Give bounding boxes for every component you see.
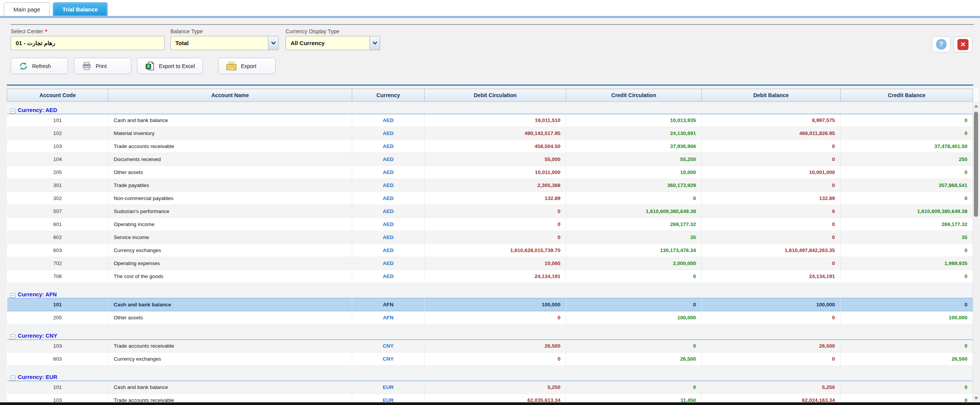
group-label: Currency: AFN	[18, 291, 57, 298]
group-header-row[interactable]: −Currency: CNY	[7, 324, 973, 340]
debit-balance-cell: 0	[702, 205, 841, 218]
scroll-up-icon	[974, 105, 978, 107]
column-header-account-name[interactable]: Account Name	[108, 89, 352, 102]
account-name-cell: Trade accounts receivable	[108, 394, 352, 403]
table-row[interactable]: 706The cost of the goodsAED24,134,191024…	[7, 270, 973, 283]
credit-balance-cell: 0	[841, 340, 973, 353]
table-row[interactable]: 205Other assetsAED10,011,00010,00010,001…	[7, 166, 973, 179]
help-button[interactable]: ?	[932, 36, 951, 52]
debit-circulation-cell: 2,305,388	[425, 179, 566, 192]
balance-type-value: Total	[171, 40, 268, 46]
excel-icon: X	[145, 61, 155, 71]
tab-bar: Main page Trial Balance	[0, 0, 980, 16]
table-row[interactable]: 601Operating incomeAED0269,177.320269,17…	[7, 218, 973, 231]
debit-balance-cell: 26,500	[702, 340, 841, 353]
refresh-button[interactable]: Refresh	[11, 58, 68, 74]
balance-type-dropdown-button[interactable]	[268, 36, 278, 50]
column-header-account-code[interactable]: Account Code	[7, 89, 108, 102]
currency-display-type-select[interactable]: All Currency	[286, 36, 380, 50]
tab-main-page[interactable]: Main page	[4, 2, 50, 16]
export-button[interactable]: Export	[218, 58, 276, 74]
scroll-up-button[interactable]	[973, 102, 979, 109]
collapse-icon[interactable]: −	[10, 293, 15, 298]
toolbar-separator	[7, 85, 973, 86]
group-header-row[interactable]: −Currency: AED	[7, 102, 973, 114]
group-header-row[interactable]: −Currency: EUR	[7, 366, 973, 381]
scroll-down-button[interactable]	[973, 395, 979, 402]
currency-display-type-label: Currency Display Type	[286, 28, 340, 34]
credit-balance-cell: 0	[841, 270, 973, 283]
debit-circulation-cell: 10,065	[425, 257, 566, 270]
table-row[interactable]: 101Cash and bank balanceAFN100,0000100,0…	[7, 298, 973, 311]
table-row[interactable]: 101Cash and bank balanceAED19,011,51010,…	[7, 114, 973, 127]
select-center-input[interactable]: 01 - رهام تجارت	[11, 36, 165, 50]
currency-cell: CNY	[352, 353, 425, 366]
currency-display-type-value: All Currency	[286, 40, 369, 46]
account-code-cell: 205	[7, 311, 108, 324]
debit-balance-cell: 0	[702, 353, 841, 366]
credit-circulation-cell: 11,450	[566, 394, 702, 403]
table-row[interactable]: 602Service incomeAED035035	[7, 231, 973, 244]
credit-balance-cell: 0	[841, 298, 973, 311]
credit-circulation-cell: 37,936,906	[566, 140, 702, 153]
account-code-cell: 301	[7, 179, 108, 192]
debit-balance-cell: 0	[702, 140, 841, 153]
tab-trial-balance[interactable]: Trial Balance	[53, 2, 108, 16]
select-center-label: Select Center*	[11, 28, 47, 34]
account-name-cell: Documents received	[108, 153, 352, 166]
group-header-row[interactable]: −Currency: AFN	[7, 283, 973, 298]
currency-cell: AED	[352, 114, 425, 127]
table-row[interactable]: 302Non-commercial payablesAED132.890132.…	[7, 192, 973, 205]
table-row[interactable]: 603Currency exchangesCNY026,500026,500	[7, 353, 973, 366]
table-row[interactable]: 104Documents receivedAED55,00055,2500250	[7, 153, 973, 166]
table-row[interactable]: 102Material inventoryAED490,142,517.9524…	[7, 127, 973, 140]
vertical-scrollbar[interactable]	[973, 102, 979, 402]
table-row[interactable]: 103Trade accounts receivableEUR62,035,61…	[7, 394, 973, 403]
column-header-credit-circulation[interactable]: Credit Circulation	[566, 89, 702, 102]
collapse-icon[interactable]: −	[10, 334, 15, 339]
column-header-debit-circulation[interactable]: Debit Circulation	[425, 89, 566, 102]
credit-circulation-cell: 10,013,935	[566, 114, 702, 127]
currency-cell: EUR	[352, 394, 425, 403]
currency-display-type-dropdown-button[interactable]	[369, 36, 380, 50]
table-row[interactable]: 205Other assetsAFN0100,0000100,000	[7, 311, 973, 324]
table-row[interactable]: 103Trade accounts receivableCNY26,500026…	[7, 340, 973, 353]
table-row[interactable]: 301Trade payablesAED2,305,388360,173,929…	[7, 179, 973, 192]
table-row[interactable]: 507Sudozian's performanceAED01,610,609,3…	[7, 205, 973, 218]
debit-balance-cell: 24,134,191	[702, 270, 841, 283]
currency-cell: AED	[352, 179, 425, 192]
debit-circulation-cell: 55,000	[425, 153, 566, 166]
table-row[interactable]: 702Operating expensesAED10,0652,000,0000…	[7, 257, 973, 270]
column-header-credit-balance[interactable]: Credit Balance	[841, 89, 973, 102]
currency-cell: AED	[352, 244, 425, 257]
column-header-debit-balance[interactable]: Debit Balance	[702, 89, 841, 102]
balance-type-select[interactable]: Total	[170, 36, 279, 50]
debit-circulation-cell: 0	[425, 353, 566, 366]
account-name-cell: Sudozian's performance	[108, 205, 352, 218]
export-to-excel-button[interactable]: X Export to Excel	[137, 58, 203, 74]
debit-balance-cell: 0	[702, 179, 841, 192]
column-header-currency[interactable]: Currency	[352, 89, 425, 102]
print-button[interactable]: Print	[74, 58, 131, 74]
credit-balance-cell: 0	[841, 381, 973, 394]
close-button[interactable]: ✕	[954, 36, 972, 52]
debit-balance-cell: 10,001,000	[702, 166, 841, 179]
table-row[interactable]: 103Trade accounts receivableAED458,504.5…	[7, 140, 973, 153]
table-row[interactable]: 101Cash and bank balanceEUR5,25005,2500	[7, 381, 973, 394]
account-name-cell: Currency exchanges	[108, 353, 352, 366]
collapse-icon[interactable]: −	[10, 376, 15, 381]
scrollbar-thumb[interactable]	[974, 112, 978, 217]
debit-circulation-cell: 26,500	[425, 340, 566, 353]
tab-main-page-label: Main page	[13, 6, 40, 13]
credit-circulation-cell: 100,000	[566, 311, 702, 324]
credit-balance-cell: 0	[841, 166, 973, 179]
credit-circulation-cell: 26,500	[566, 353, 702, 366]
table-header-row: Account Code Account Name Currency Debit…	[7, 89, 973, 102]
collapse-icon[interactable]: −	[10, 109, 15, 114]
account-name-cell: Currency exchanges	[108, 244, 352, 257]
table-row[interactable]: 603Currency exchangesAED1,610,628,015,73…	[7, 244, 973, 257]
balance-type-label: Balance Type	[170, 28, 203, 34]
account-code-cell: 205	[7, 166, 108, 179]
debit-circulation-cell: 0	[425, 218, 566, 231]
account-name-cell: Trade accounts receivable	[108, 140, 352, 153]
